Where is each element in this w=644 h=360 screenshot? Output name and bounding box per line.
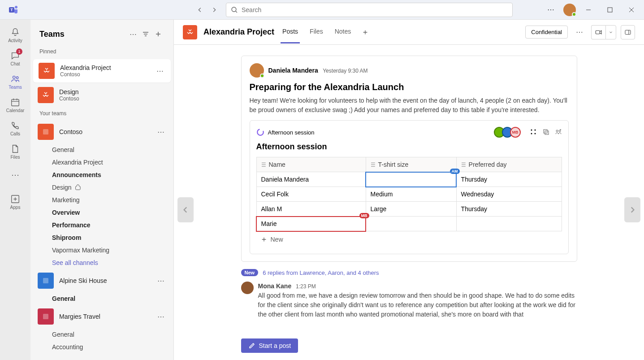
- channel-item[interactable]: Marketing: [52, 194, 173, 206]
- prev-post-button[interactable]: [177, 197, 194, 222]
- window-minimize-button[interactable]: [579, 1, 597, 19]
- search-input[interactable]: [242, 6, 508, 13]
- calendar-icon: [10, 97, 20, 107]
- table-cell[interactable]: MarieMB: [256, 217, 366, 231]
- sidebar-add-button[interactable]: [152, 28, 164, 40]
- channel-item[interactable]: Announcements: [52, 169, 173, 181]
- reply-author: Mona Kane: [258, 282, 292, 290]
- confidential-button[interactable]: Confidential: [525, 26, 568, 39]
- channel-item[interactable]: General: [52, 143, 173, 156]
- presence-avatar[interactable]: MB: [510, 127, 521, 138]
- rail-chat[interactable]: Chat 1: [3, 47, 28, 70]
- add-row-label: New: [271, 236, 283, 243]
- current-user-avatar[interactable]: [563, 4, 576, 16]
- channel-label: Vapormax Marketing: [52, 247, 109, 254]
- team-row[interactable]: Alpine Ski House ⋯: [30, 269, 173, 292]
- search-box[interactable]: [226, 3, 513, 17]
- channel-item[interactable]: Performance: [52, 219, 173, 231]
- search-icon: [231, 6, 238, 13]
- sidebar-more-button[interactable]: ⋯: [127, 28, 139, 40]
- channel-item[interactable]: Accounting: [52, 341, 173, 353]
- svg-point-6: [16, 76, 18, 78]
- loop-grid-icon[interactable]: [530, 128, 537, 137]
- table-cell[interactable]: Large: [366, 202, 456, 217]
- table-cell[interactable]: Medium: [366, 187, 456, 202]
- tab-files[interactable]: Files: [308, 21, 325, 43]
- team-row[interactable]: Contoso ⋯: [30, 120, 173, 143]
- column-header[interactable]: ☰Name: [256, 157, 366, 172]
- start-post-button[interactable]: Start a post: [241, 338, 298, 353]
- team-more-button[interactable]: ⋯: [156, 311, 166, 323]
- titlebar: T ⋯: [0, 0, 644, 20]
- table-cell[interactable]: Allan M: [256, 202, 366, 217]
- column-header[interactable]: ☰Preferred day: [456, 157, 562, 172]
- rail-calls[interactable]: Calls: [3, 117, 28, 140]
- rail-more[interactable]: ⋯: [3, 163, 28, 187]
- window-maximize-button[interactable]: [601, 1, 619, 19]
- sidebar-filter-button[interactable]: [139, 28, 152, 40]
- channel-item[interactable]: Overview: [52, 206, 173, 219]
- team-row[interactable]: Margies Travel ⋯: [30, 305, 173, 328]
- team-name: Margies Travel: [59, 313, 150, 320]
- see-all-channels-link[interactable]: See all channels: [52, 256, 173, 269]
- channel-item[interactable]: Design: [52, 181, 173, 194]
- loop-copy-icon[interactable]: [542, 128, 549, 137]
- post-author-avatar[interactable]: [250, 63, 264, 78]
- rail-calendar[interactable]: Calendar: [3, 93, 28, 117]
- nav-back-button[interactable]: [194, 4, 206, 16]
- svg-point-22: [559, 130, 561, 132]
- reply-avatar[interactable]: [241, 282, 254, 294]
- collaborator-tag: AM: [450, 169, 460, 174]
- channel-more-button[interactable]: ⋯: [572, 28, 587, 36]
- channel-item[interactable]: Shiproom: [52, 231, 173, 244]
- add-tab-button[interactable]: [359, 26, 372, 39]
- pinned-item[interactable]: Alexandria ProjectContoso ⋯: [33, 59, 171, 82]
- pinned-name: Design: [59, 88, 166, 95]
- channel-title: Alexandria Project: [203, 27, 274, 37]
- column-header[interactable]: ☰T-shirt size: [366, 157, 456, 172]
- team-more-button[interactable]: ⋯: [156, 126, 166, 138]
- video-icon: [595, 28, 603, 36]
- channel-item[interactable]: Alexandria Project: [52, 156, 173, 169]
- app-rail: Activity Chat 1 Teams Calendar Calls Fil…: [0, 20, 30, 360]
- nav-forward-button[interactable]: [208, 4, 220, 16]
- rail-apps-label: Apps: [10, 205, 21, 210]
- table-cell[interactable]: Thursday: [456, 172, 562, 187]
- table-cell[interactable]: AM: [366, 172, 456, 187]
- table-cell[interactable]: [456, 217, 562, 231]
- table-cell[interactable]: Daniela Mandera: [256, 172, 366, 187]
- add-row-button[interactable]: New: [256, 231, 562, 247]
- table-cell[interactable]: Wednesday: [456, 187, 562, 202]
- more-options-button[interactable]: ⋯: [542, 1, 560, 19]
- panel-toggle-button[interactable]: [621, 25, 635, 39]
- channel-item[interactable]: General: [52, 292, 173, 305]
- chevron-down-icon: [609, 30, 613, 35]
- channel-item[interactable]: General: [52, 328, 173, 341]
- rail-files[interactable]: Files: [3, 140, 28, 163]
- window-close-button[interactable]: [622, 1, 640, 19]
- table-cell[interactable]: [366, 217, 456, 231]
- channel-label: Shiproom: [52, 234, 81, 241]
- tab-posts[interactable]: Posts: [281, 21, 300, 43]
- svg-point-3: [232, 7, 236, 12]
- table-cell[interactable]: Cecil Folk: [256, 187, 366, 202]
- rail-apps[interactable]: Apps: [3, 190, 28, 213]
- rail-files-label: Files: [10, 155, 20, 160]
- team-more-button[interactable]: ⋯: [156, 275, 166, 287]
- rail-teams[interactable]: Teams: [3, 70, 28, 93]
- loop-share-icon[interactable]: [555, 128, 562, 137]
- tab-notes[interactable]: Notes: [333, 21, 353, 43]
- table-cell[interactable]: Thursday: [456, 202, 562, 217]
- meet-button[interactable]: [591, 25, 605, 39]
- loop-table[interactable]: ☰Name☰T-shirt size☰Preferred day Daniela…: [256, 157, 562, 231]
- meet-dropdown-button[interactable]: [605, 25, 616, 39]
- channel-item[interactable]: Vapormax Marketing: [52, 244, 173, 256]
- next-post-button[interactable]: [624, 197, 640, 222]
- pinned-item[interactable]: DesignContoso: [30, 83, 173, 107]
- sidebar-title: Teams: [39, 30, 127, 39]
- pinned-more-button[interactable]: ⋯: [155, 65, 165, 77]
- presence-available-icon: [572, 12, 576, 17]
- loop-title: Afternoon session: [256, 142, 562, 152]
- rail-activity[interactable]: Activity: [3, 23, 28, 47]
- replies-summary-link[interactable]: 6 replies from Lawrence, Aaron, and 4 ot…: [263, 269, 379, 276]
